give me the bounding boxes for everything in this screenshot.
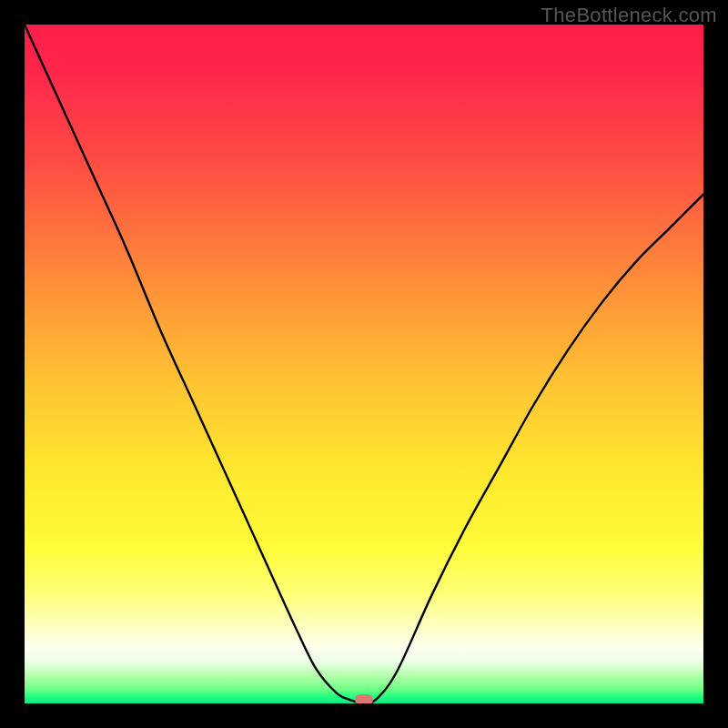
optimal-point-marker (355, 694, 373, 703)
bottleneck-curve (25, 25, 703, 703)
plot-area (25, 25, 703, 703)
chart-frame: TheBottleneck.com (0, 0, 728, 728)
curve-path (25, 25, 703, 703)
watermark-text: TheBottleneck.com (541, 4, 717, 27)
